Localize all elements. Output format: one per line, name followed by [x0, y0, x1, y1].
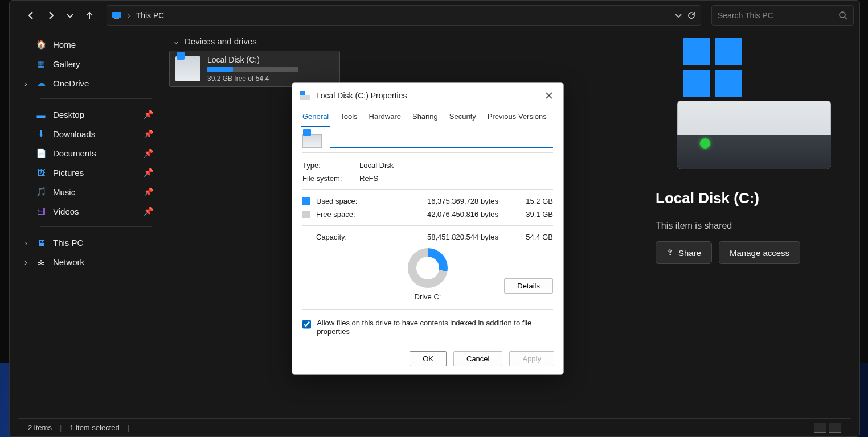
- drive-icon: [302, 134, 322, 148]
- value-free-gb: 39.1 GB: [513, 210, 553, 218]
- breadcrumb-this-pc[interactable]: This PC: [136, 11, 165, 20]
- status-selected-count: 1 item selected: [69, 423, 119, 432]
- gallery-icon: ▦: [36, 59, 46, 69]
- cancel-button[interactable]: Cancel: [453, 351, 502, 366]
- sidebar-label-home: Home: [53, 40, 76, 50]
- recent-dropdown[interactable]: [62, 7, 78, 23]
- capacity-pie-chart: [408, 248, 448, 288]
- pin-icon: 📌: [144, 168, 153, 177]
- share-icon: ⇪: [666, 248, 674, 258]
- chevron-down-icon: ⌄: [173, 36, 180, 46]
- refresh-button[interactable]: [687, 11, 696, 20]
- sidebar-label-music: Music: [53, 187, 75, 197]
- group-header-devices[interactable]: ⌄ Devices and drives: [169, 34, 634, 51]
- status-divider: |: [60, 423, 62, 432]
- home-icon: 🏠: [36, 39, 46, 50]
- sidebar-item-network[interactable]: 🖧Network: [18, 252, 163, 271]
- view-details-button[interactable]: [814, 423, 826, 433]
- label-filesystem: File system:: [302, 174, 359, 183]
- label-type: Type:: [302, 161, 359, 170]
- details-button[interactable]: Details: [504, 278, 553, 294]
- sidebar-item-onedrive[interactable]: ☁OneDrive: [18, 73, 163, 93]
- sidebar-item-home[interactable]: 🏠Home: [18, 35, 163, 54]
- sidebar-item-documents[interactable]: 📄Documents📌: [18, 143, 163, 163]
- documents-icon: 📄: [36, 148, 46, 158]
- sidebar-item-this-pc[interactable]: 🖥This PC: [18, 233, 163, 252]
- sidebar-separator: [40, 226, 152, 227]
- up-button[interactable]: [81, 7, 97, 23]
- value-filesystem: ReFS: [359, 174, 378, 183]
- index-checkbox[interactable]: [302, 320, 311, 329]
- tab-previous-versions[interactable]: Previous Versions: [486, 108, 548, 127]
- value-capacity-bytes: 58,451,820,544 bytes: [427, 233, 498, 241]
- close-button[interactable]: [542, 88, 556, 103]
- status-item-count: 2 items: [28, 423, 52, 432]
- tab-tools[interactable]: Tools: [339, 108, 358, 127]
- drive-free-of: 39.2 GB free of 54.4: [207, 75, 298, 83]
- sidebar-label-videos: Videos: [53, 207, 79, 216]
- pin-icon: 📌: [144, 110, 153, 119]
- drive-icon: [300, 91, 310, 100]
- drive-name: Local Disk (C:): [207, 55, 298, 64]
- videos-icon: 🎞: [36, 206, 46, 216]
- sidebar-item-downloads[interactable]: ⬇Downloads📌: [18, 124, 163, 143]
- status-divider: |: [128, 423, 129, 432]
- sidebar-label-desktop: Desktop: [53, 110, 84, 119]
- address-bar[interactable]: › This PC: [107, 5, 701, 26]
- sidebar-item-pictures[interactable]: 🖼Pictures📌: [18, 163, 163, 182]
- share-button-label: Share: [678, 248, 701, 258]
- pin-icon: 📌: [144, 187, 153, 196]
- ok-button[interactable]: OK: [410, 351, 447, 366]
- details-pane: Local Disk (C:) This item is shared ⇪Sha…: [643, 30, 859, 415]
- drive-icon: [175, 56, 200, 81]
- sidebar-separator: [40, 98, 152, 99]
- sidebar-label-downloads: Downloads: [53, 129, 95, 139]
- pin-icon: 📌: [144, 207, 153, 216]
- desktop-icon: ▬: [36, 109, 46, 119]
- drive-label-input[interactable]: [330, 133, 553, 148]
- forward-button[interactable]: [43, 7, 59, 23]
- music-icon: 🎵: [36, 187, 46, 197]
- free-swatch: [302, 211, 310, 218]
- svg-point-2: [840, 12, 845, 18]
- view-large-button[interactable]: [829, 423, 841, 433]
- sidebar-item-gallery[interactable]: ▦Gallery: [18, 54, 163, 73]
- nav-toolbar: › This PC Search This PC: [10, 1, 859, 30]
- tab-general[interactable]: General: [301, 108, 330, 127]
- manage-access-button[interactable]: Manage access: [719, 241, 800, 264]
- tab-sharing[interactable]: Sharing: [411, 108, 439, 127]
- navigation-pane: 🏠Home ▦Gallery ☁OneDrive ▬Desktop📌 ⬇Down…: [10, 30, 163, 415]
- apply-button[interactable]: Apply: [509, 351, 554, 366]
- tab-hardware[interactable]: Hardware: [368, 108, 402, 127]
- windows-logo-icon: [683, 38, 742, 97]
- value-capacity-gb: 54.4 GB: [513, 233, 553, 241]
- network-icon: 🖧: [36, 257, 46, 267]
- sidebar-item-desktop[interactable]: ▬Desktop📌: [18, 105, 163, 124]
- index-checkbox-label[interactable]: Allow files on this drive to have conten…: [317, 319, 553, 336]
- label-used: Used space:: [316, 197, 367, 205]
- sidebar-label-pictures: Pictures: [53, 168, 84, 178]
- this-pc-icon: [112, 10, 122, 20]
- dialog-tablist: General Tools Hardware Sharing Security …: [292, 108, 563, 127]
- address-history-dropdown[interactable]: [674, 11, 682, 19]
- pin-icon: 📌: [144, 129, 153, 138]
- svg-rect-4: [300, 91, 305, 95]
- properties-dialog: Local Disk (C:) Properties General Tools…: [292, 82, 564, 375]
- dialog-titlebar: Local Disk (C:) Properties: [292, 83, 563, 108]
- preview-title: Local Disk (C:): [656, 189, 847, 207]
- pictures-icon: 🖼: [36, 167, 46, 178]
- svg-rect-0: [112, 12, 121, 18]
- sidebar-label-documents: Documents: [53, 149, 96, 158]
- search-box[interactable]: Search This PC: [711, 5, 854, 26]
- share-button[interactable]: ⇪Share: [656, 241, 712, 264]
- sidebar-item-music[interactable]: 🎵Music📌: [18, 182, 163, 201]
- value-type: Local Disk: [359, 161, 394, 170]
- back-button[interactable]: [23, 7, 39, 23]
- value-used-gb: 15.2 GB: [513, 197, 553, 205]
- sidebar-label-thispc: This PC: [53, 238, 83, 248]
- sidebar-label-network: Network: [53, 257, 84, 267]
- sidebar-label-onedrive: OneDrive: [53, 79, 89, 88]
- sidebar-item-videos[interactable]: 🎞Videos📌: [18, 201, 163, 221]
- label-free: Free space:: [316, 210, 367, 218]
- tab-security[interactable]: Security: [448, 108, 477, 127]
